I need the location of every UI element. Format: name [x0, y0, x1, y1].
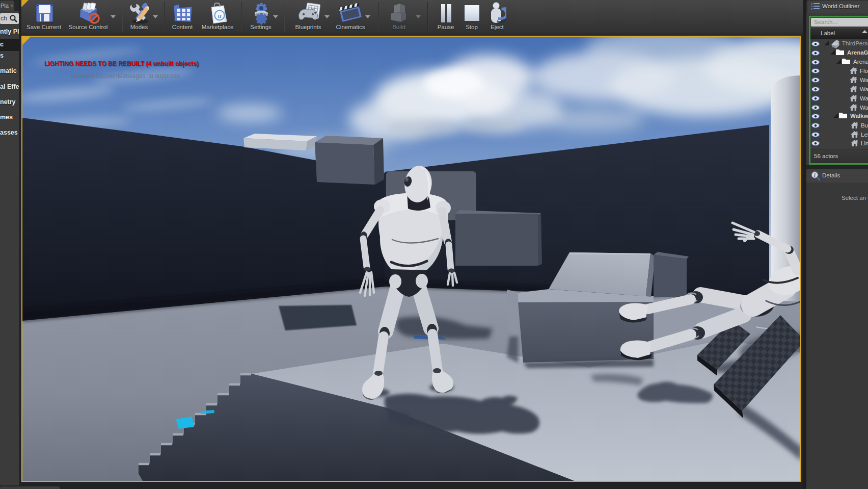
svg-text:Walkw: Walkw — [850, 113, 868, 119]
svg-text:Bun: Bun — [861, 122, 868, 128]
svg-text:Floo: Floo — [860, 68, 868, 74]
svg-text:Arena: Arena — [853, 59, 868, 65]
svg-text:Left: Left — [861, 132, 868, 138]
svg-text:Wall: Wall — [860, 105, 868, 111]
svg-text:Wall: Wall — [860, 86, 868, 92]
svg-text:Wall: Wall — [860, 77, 868, 83]
svg-text:Line: Line — [861, 140, 868, 146]
svg-text:u: u — [218, 12, 221, 19]
svg-text:ArenaGe: ArenaGe — [847, 49, 868, 56]
svg-text:ThirdPerso: ThirdPerso — [842, 40, 868, 46]
svg-text:i: i — [814, 172, 816, 178]
svg-text:Wall: Wall — [860, 95, 868, 101]
